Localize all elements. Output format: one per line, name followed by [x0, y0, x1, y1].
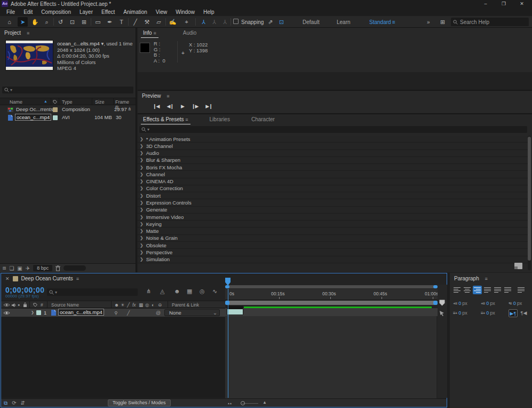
hide-shy-layers-icon[interactable]: ☻ — [174, 288, 180, 294]
label-column-icon[interactable] — [33, 303, 37, 307]
project-row-footage[interactable]: ocean_c...mp4 AVI 104 MB 30 — [0, 114, 136, 122]
effects-category-row[interactable]: ❯ CINEMA 4D — [138, 178, 528, 185]
first-frame-button[interactable]: ❙◀ — [153, 104, 159, 109]
panel-menu-icon[interactable]: ≡ — [153, 30, 156, 36]
snapping-checkbox[interactable] — [233, 19, 239, 24]
effects-category-row[interactable]: ❯ Distort — [138, 192, 528, 199]
chevron-right-icon[interactable]: ❯ — [140, 229, 144, 233]
zoom-out-mountain-icon[interactable]: ▲▲ — [227, 402, 232, 405]
current-time-display[interactable]: 0;00;00;00 — [5, 286, 45, 294]
menu-item[interactable]: Composition — [37, 8, 75, 16]
column-number[interactable]: # — [41, 302, 43, 308]
align-center-button[interactable] — [463, 286, 472, 294]
new-folder-icon[interactable]: ❏ — [9, 265, 14, 271]
parent-link-dropdown[interactable]: None ⌄ — [164, 309, 220, 316]
effects-category-row[interactable]: ❯ Perspective — [138, 249, 528, 256]
layer-label-swatch[interactable] — [36, 310, 41, 315]
project-search-input[interactable]: ▾ — [2, 87, 133, 93]
pen-tool-icon[interactable]: ✒ — [105, 17, 115, 27]
new-composition-icon[interactable]: ▣ — [17, 265, 22, 271]
effects-category-row[interactable]: ❯ Audio — [138, 150, 528, 157]
effects-category-row[interactable]: ❯ Generate — [138, 207, 528, 214]
effects-category-row[interactable]: ❯ Expression Controls — [138, 199, 528, 206]
local-axis-mode-icon[interactable]: ⅄ — [198, 17, 209, 27]
menu-item[interactable]: View — [152, 8, 172, 16]
expand-layer-switches-icon[interactable]: ⧉ — [4, 400, 7, 406]
justify-last-left-button[interactable] — [483, 286, 492, 294]
column-name[interactable]: Name — [10, 99, 22, 105]
text-direction-rtl-button[interactable]: ¶◀ — [519, 309, 528, 317]
workspace-learn[interactable]: Learn — [337, 19, 351, 25]
column-type[interactable]: Type — [62, 99, 73, 105]
chevron-right-icon[interactable]: ❯ — [140, 236, 144, 240]
label-column-icon[interactable] — [53, 100, 57, 104]
effects-category-row[interactable]: ❯ Keying — [138, 221, 528, 227]
justify-last-right-button[interactable] — [503, 286, 512, 294]
collapse-switch-icon[interactable]: ☀ — [121, 302, 125, 308]
comp-marker-bin-icon[interactable] — [439, 300, 445, 306]
color-depth-button[interactable]: 8 bpc — [33, 265, 52, 271]
chevron-right-icon[interactable]: ❯ — [140, 243, 144, 248]
tab-audio[interactable]: Audio — [178, 28, 202, 38]
trash-icon[interactable] — [55, 265, 60, 271]
expand-transfer-controls-icon[interactable]: ⟳ — [12, 400, 16, 406]
effects-category-row[interactable]: ❯ Obsolete — [138, 242, 528, 249]
paragraph-tab[interactable]: Paragraph ≡ — [454, 276, 488, 281]
brush-tool-icon[interactable]: ╱ — [130, 17, 140, 27]
rectangle-tool-icon[interactable]: ▭ — [93, 17, 103, 27]
panel-menu-icon[interactable]: ≡ — [27, 30, 29, 36]
layer-visibility-eye-icon[interactable] — [3, 311, 10, 315]
workspace-standard[interactable]: Standard — [369, 19, 391, 25]
menu-item[interactable]: File — [2, 8, 19, 16]
space-before-field[interactable]: +≡0px — [481, 301, 507, 308]
chevron-right-icon[interactable]: ❯ — [140, 193, 144, 198]
video-eye-icon[interactable] — [3, 303, 10, 307]
close-tab-icon[interactable]: ✕ — [5, 276, 10, 281]
maximize-button[interactable]: ❐ — [495, 0, 513, 8]
close-button[interactable]: ✕ — [513, 0, 531, 8]
label-color-swatch[interactable] — [53, 107, 58, 112]
shy-switch-icon[interactable]: ☻ — [114, 302, 119, 308]
draft-3d-icon[interactable]: ◬ — [160, 288, 164, 295]
clone-stamp-tool-icon[interactable]: ⚒ — [142, 17, 152, 27]
panel-grip-icon[interactable] — [514, 263, 522, 269]
last-frame-button[interactable]: ▶❙ — [205, 104, 212, 109]
scrollbar-thumb[interactable] — [528, 137, 531, 261]
effects-category-row[interactable]: ❯ Matte — [138, 227, 528, 234]
chevron-right-icon[interactable]: ❯ — [140, 250, 144, 255]
menu-item[interactable]: Edit — [19, 8, 37, 16]
eraser-tool-icon[interactable]: ▱ — [154, 17, 164, 27]
justify-all-button[interactable] — [517, 286, 526, 294]
indent-right-field[interactable]: ≡+0px — [453, 310, 480, 318]
toggle-switches-modes-button[interactable]: Toggle Switches / Modes — [108, 399, 171, 406]
pan-behind-tool-icon[interactable]: ⊞ — [79, 17, 89, 27]
sort-ascending-icon[interactable]: ▲ — [44, 99, 47, 103]
align-left-button[interactable] — [452, 286, 462, 294]
motion-blur-icon[interactable]: ◎ — [200, 288, 205, 295]
text-direction-ltr-button[interactable]: ▶¶ — [509, 309, 518, 317]
interpret-footage-icon[interactable]: ⧈ — [3, 265, 6, 271]
project-settings-icon[interactable]: ✈ — [26, 265, 30, 271]
chevron-right-icon[interactable]: ❯ — [140, 172, 144, 177]
menu-item[interactable]: Help — [199, 8, 219, 16]
chevron-right-icon[interactable]: ❯ — [140, 179, 144, 184]
chevron-right-icon[interactable]: ❯ — [140, 144, 144, 148]
pickwhip-icon[interactable]: @ — [156, 310, 161, 316]
audio-speaker-icon[interactable] — [11, 303, 16, 308]
effects-category-row[interactable]: ❯ Simulation — [138, 256, 528, 263]
layer-row[interactable]: ❯ 1 ocean_c...elts.mp4 ⚲ ╱ @ None ⌄ — [1, 309, 225, 317]
layer-source-name[interactable]: ocean_c...elts.mp4 — [58, 309, 104, 316]
column-source-name[interactable]: Source Name — [51, 302, 79, 308]
comp-button-icon[interactable] — [439, 310, 444, 316]
tab-libraries[interactable]: Libraries — [204, 114, 235, 125]
zoom-tool-icon[interactable]: ⌕ — [42, 17, 52, 27]
menu-item[interactable]: Animation — [119, 8, 151, 16]
effects-category-row[interactable]: ❯ 3D Channel — [138, 143, 528, 150]
work-area-bar[interactable] — [225, 301, 438, 305]
tab-effects-presets[interactable]: Effects & Presets ≡ — [138, 114, 194, 125]
quality-switch-icon[interactable]: ╱ — [127, 302, 130, 308]
effects-category-row[interactable]: ❯ Noise & Grain — [138, 235, 528, 242]
help-search-box[interactable]: Search Help — [451, 18, 529, 26]
hand-tool-icon[interactable]: ✋ — [30, 17, 40, 27]
previous-frame-button[interactable]: ◀❙ — [166, 104, 173, 109]
